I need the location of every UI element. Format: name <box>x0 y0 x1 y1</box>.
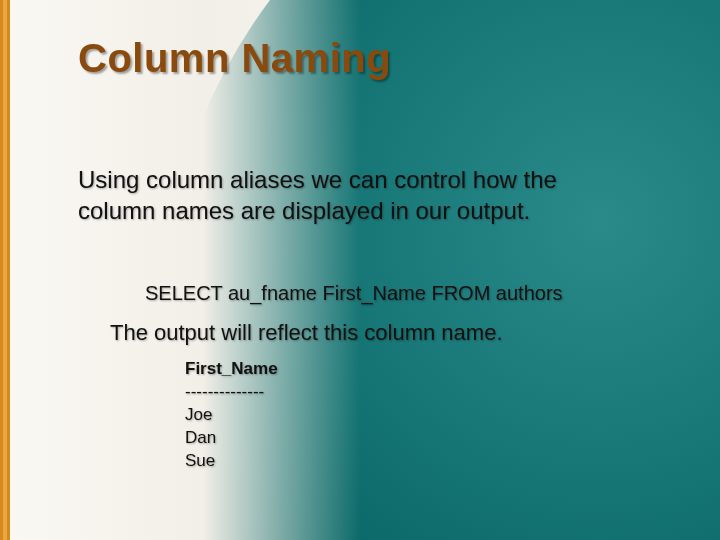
slide-title: Column Naming <box>78 36 391 81</box>
output-block: First_Name -------------- Joe Dan Sue <box>185 358 278 473</box>
output-row: Joe <box>185 404 278 427</box>
slide: Column Naming Using column aliases we ca… <box>0 0 720 540</box>
output-row: Dan <box>185 427 278 450</box>
output-row: Sue <box>185 450 278 473</box>
output-separator: -------------- <box>185 381 278 404</box>
output-column-header: First_Name <box>185 358 278 381</box>
intro-paragraph: Using column aliases we can control how … <box>78 165 598 226</box>
slide-content: Column Naming Using column aliases we ca… <box>0 0 720 540</box>
sql-statement: SELECT au_fname First_Name FROM authors <box>145 282 563 305</box>
reflect-sentence: The output will reflect this column name… <box>110 320 503 346</box>
